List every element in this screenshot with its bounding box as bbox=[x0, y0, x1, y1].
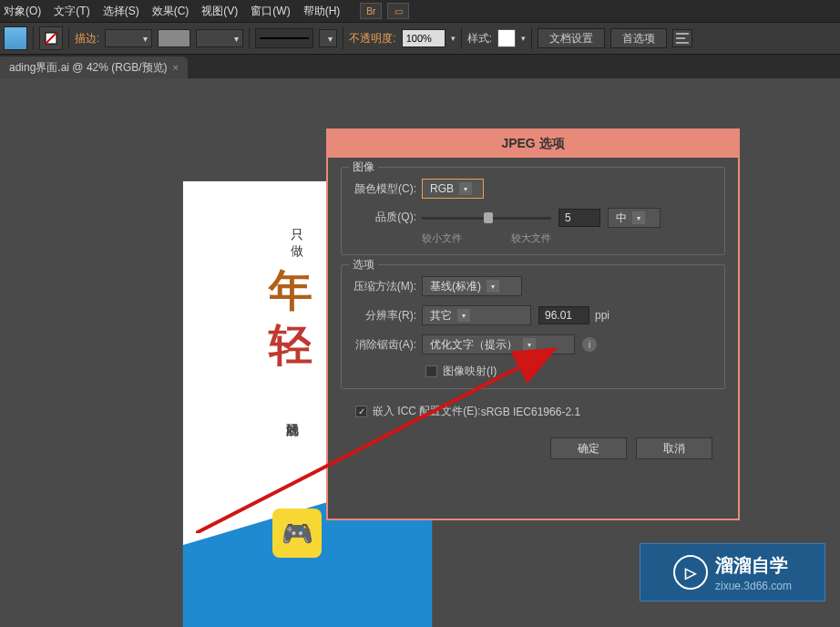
embed-icc-checkbox[interactable]: ✓ bbox=[355, 406, 367, 417]
fill-color-swatch[interactable] bbox=[4, 26, 27, 50]
quality-slider[interactable] bbox=[422, 217, 551, 220]
options-toolbar: 描边: ▾ ▾ ▾ 不透明度: 100% ▾ 样式: ▾ 文档设置 首选项 bbox=[0, 22, 840, 55]
quality-preset-select[interactable]: 中 ▾ bbox=[608, 208, 661, 228]
svg-rect-4 bbox=[676, 42, 689, 44]
no-fill-icon[interactable] bbox=[39, 26, 63, 50]
chevron-down-icon: ▾ bbox=[487, 280, 499, 293]
play-icon: ▷ bbox=[673, 555, 708, 590]
preferences-button[interactable]: 首选项 bbox=[610, 28, 667, 48]
quality-input[interactable]: 5 bbox=[558, 209, 600, 227]
arrange-icon[interactable]: ▭ bbox=[387, 3, 409, 19]
svg-rect-2 bbox=[676, 33, 689, 35]
brush-preview[interactable] bbox=[255, 28, 313, 48]
opacity-label: 不透明度: bbox=[349, 31, 395, 46]
artwork-text: 的好玩游戏 bbox=[283, 414, 302, 478]
ok-button[interactable]: 确定 bbox=[550, 437, 627, 459]
stroke-options-dropdown[interactable]: ▾ bbox=[196, 29, 243, 47]
menu-effect[interactable]: 效果(C) bbox=[152, 4, 190, 19]
style-swatch[interactable] bbox=[497, 29, 516, 47]
resolution-preset-select[interactable]: 其它 ▾ bbox=[422, 305, 531, 325]
image-fieldset: 图像 颜色模型(C): RGB ▾ 品质(Q): 5 bbox=[341, 167, 725, 255]
watermark-title: 溜溜自学 bbox=[715, 553, 792, 578]
jpeg-options-dialog: JPEG 选项 图像 颜色模型(C): RGB ▾ 品质(Q): bbox=[326, 128, 740, 520]
slider-thumb[interactable] bbox=[484, 212, 493, 223]
icc-profile-name: sRGB IEC61966-2.1 bbox=[481, 406, 580, 418]
opacity-input[interactable]: 100% bbox=[402, 29, 446, 47]
cancel-button[interactable]: 取消 bbox=[636, 437, 712, 459]
compression-select[interactable]: 基线(标准) ▾ bbox=[422, 276, 522, 296]
color-model-select[interactable]: RGB ▾ bbox=[422, 179, 484, 199]
document-tabs: ading界面.ai @ 42% (RGB/预览) × bbox=[0, 55, 840, 78]
embed-icc-label: 嵌入 ICC 配置文件(E): bbox=[373, 404, 481, 419]
imagemap-label: 图像映射(I) bbox=[443, 364, 497, 379]
resolution-label: 分辨率(R): bbox=[353, 308, 416, 324]
antialias-select[interactable]: 优化文字（提示） ▾ bbox=[422, 334, 575, 355]
options-fieldset: 选项 压缩方法(M): 基线(标准) ▾ 分辨率(R): 其它 ▾ 96.01 … bbox=[341, 264, 725, 389]
fieldset-legend: 图像 bbox=[349, 159, 378, 175]
artwork-text: 只 bbox=[291, 227, 303, 243]
menu-bar: 对象(O) 文字(T) 选择(S) 效果(C) 视图(V) 窗口(W) 帮助(H… bbox=[0, 0, 840, 22]
chevron-down-icon: ▾ bbox=[632, 211, 645, 224]
watermark: ▷ 溜溜自学 zixue.3d66.com bbox=[640, 543, 825, 601]
stroke-color-swatch[interactable] bbox=[158, 29, 190, 47]
chevron-down-icon: ▾ bbox=[523, 338, 536, 351]
tab-title: ading界面.ai @ 42% (RGB/预览) bbox=[9, 60, 168, 76]
slider-max-label: 较大文件 bbox=[511, 231, 551, 245]
menu-object[interactable]: 对象(O) bbox=[4, 4, 41, 19]
info-icon[interactable]: i bbox=[582, 337, 597, 352]
svg-rect-3 bbox=[676, 37, 685, 39]
document-tab[interactable]: ading界面.ai @ 42% (RGB/预览) × bbox=[0, 57, 188, 78]
chevron-down-icon: ▾ bbox=[459, 182, 472, 195]
menu-help[interactable]: 帮助(H) bbox=[303, 4, 341, 19]
artwork-icon-badge: 🎮 bbox=[272, 509, 322, 558]
imagemap-checkbox[interactable] bbox=[425, 365, 437, 377]
artwork-heading: 年 bbox=[269, 262, 312, 320]
fieldset-legend: 选项 bbox=[349, 257, 378, 272]
menu-window[interactable]: 窗口(W) bbox=[251, 4, 290, 19]
slider-min-label: 较小文件 bbox=[422, 231, 462, 245]
brush-dropdown[interactable]: ▾ bbox=[319, 29, 337, 47]
style-label: 样式: bbox=[467, 31, 492, 46]
antialias-label: 消除锯齿(A): bbox=[353, 337, 416, 353]
resolution-input[interactable]: 96.01 bbox=[538, 306, 589, 324]
bridge-icon[interactable]: Br bbox=[360, 3, 382, 19]
compression-label: 压缩方法(M): bbox=[353, 279, 416, 294]
resolution-unit: ppi bbox=[595, 309, 610, 322]
align-icon[interactable] bbox=[672, 29, 692, 47]
document-setup-button[interactable]: 文档设置 bbox=[538, 28, 605, 48]
artwork-heading: 轻 bbox=[269, 316, 312, 375]
chevron-down-icon: ▾ bbox=[457, 309, 470, 322]
watermark-url: zixue.3d66.com bbox=[715, 580, 792, 592]
artwork-text: 做 bbox=[291, 243, 303, 260]
menu-select[interactable]: 选择(S) bbox=[103, 4, 139, 19]
stroke-weight-dropdown[interactable]: ▾ bbox=[105, 29, 152, 47]
quality-label: 品质(Q): bbox=[353, 208, 416, 225]
menu-view[interactable]: 视图(V) bbox=[201, 4, 238, 19]
menu-text[interactable]: 文字(T) bbox=[54, 4, 89, 19]
stroke-label: 描边: bbox=[75, 31, 99, 46]
dialog-title: JPEG 选项 bbox=[328, 130, 738, 158]
close-tab-icon[interactable]: × bbox=[173, 62, 179, 73]
color-model-label: 颜色模型(C): bbox=[353, 181, 416, 197]
